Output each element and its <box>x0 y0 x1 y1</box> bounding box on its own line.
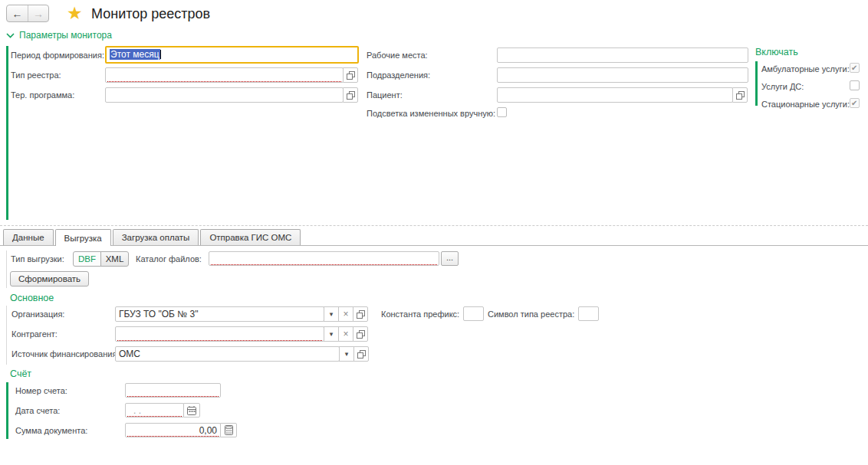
period-field[interactable]: Этот месяц <box>105 46 359 64</box>
funding-source-choose-button[interactable] <box>353 346 369 362</box>
text-caret <box>160 50 161 59</box>
invoice-date-field[interactable]: . . <box>129 405 141 416</box>
check-icon: ✔ <box>850 64 859 72</box>
contractor-group: ▾ × <box>115 326 368 342</box>
catalog-browse-button[interactable]: ... <box>441 251 459 266</box>
back-button[interactable]: ← <box>7 5 28 21</box>
departments-label: Подразделения: <box>367 70 430 80</box>
organization-field[interactable]: ГБУЗ ТО "ОБ № 3" <box>115 306 324 322</box>
departments-field[interactable] <box>497 67 748 83</box>
tab-bar: Данные Выгрузка Загрузка оплаты Отправка… <box>3 229 302 246</box>
forward-arrow-icon: → <box>33 8 44 20</box>
xml-label: XML <box>106 254 124 264</box>
tab-label: Выгрузка <box>64 234 102 243</box>
document-amount-field[interactable]: 0,00 <box>125 423 221 437</box>
patient-field[interactable] <box>497 87 733 103</box>
choose-icon <box>736 91 745 100</box>
favorite-star-icon[interactable]: ★ <box>67 4 83 22</box>
export-type-xml-button[interactable]: XML <box>100 251 129 267</box>
patient-label: Пациент: <box>367 90 403 100</box>
ds-services-checkbox[interactable]: ✔ <box>850 80 860 90</box>
tab-label: Отправка ГИС ОМС <box>209 233 291 242</box>
funding-source-field[interactable]: ОМС <box>115 346 340 362</box>
prefix-const-field[interactable] <box>463 306 484 321</box>
dropdown-icon: ▾ <box>330 330 334 338</box>
document-amount-group: 0,00 <box>125 423 237 437</box>
ter-program-group <box>105 87 358 103</box>
patient-group <box>497 87 748 103</box>
document-amount-calculator-button[interactable] <box>220 423 237 437</box>
tab-data[interactable]: Данные <box>3 229 54 245</box>
registry-symbol-field[interactable] <box>578 306 599 321</box>
ter-program-field[interactable] <box>105 87 344 103</box>
catalog-field[interactable] <box>209 251 439 266</box>
monitor-params-toggle[interactable]: Параметры монитора <box>6 30 112 41</box>
export-type-dbf-button[interactable]: DBF <box>73 251 101 267</box>
organization-dropdown-button[interactable]: ▾ <box>324 306 339 322</box>
choose-icon <box>347 91 355 100</box>
main-section-title: Основное <box>10 293 54 303</box>
ellipsis-icon: ... <box>446 253 453 262</box>
ambulatory-services-label: Амбулаторные услуги: <box>761 64 850 74</box>
contractor-field[interactable] <box>115 326 324 342</box>
dropdown-icon: ▾ <box>330 310 334 318</box>
organization-clear-button[interactable]: × <box>338 306 353 322</box>
tab-payment-load[interactable]: Загрузка оплаты <box>113 229 199 245</box>
forward-button[interactable]: → <box>28 5 48 21</box>
export-type-switch: DBF XML <box>73 251 129 267</box>
invoice-group-bar <box>6 382 8 439</box>
invoice-date-label: Дата счета: <box>15 406 60 415</box>
clear-icon: × <box>343 330 348 338</box>
highlight-manual-label: Подсветка измененных вручную: <box>367 109 495 118</box>
tab-gis-oms[interactable]: Отправка ГИС ОМС <box>200 229 301 245</box>
registry-type-group <box>105 67 358 83</box>
calendar-icon <box>187 406 196 415</box>
registry-type-field[interactable] <box>105 67 344 83</box>
funding-source-group: ОМС ▾ <box>115 346 369 362</box>
monitor-params-title: Параметры монитора <box>19 30 112 41</box>
ds-services-label: Услуги ДС: <box>761 82 804 91</box>
include-group-bar <box>755 61 758 106</box>
ter-program-choose-button[interactable] <box>343 87 358 103</box>
dbf-label: DBF <box>78 254 96 264</box>
contractor-choose-button[interactable] <box>353 326 368 342</box>
ambulatory-services-checkbox[interactable]: ✔ <box>850 63 860 73</box>
contractor-dropdown-button[interactable]: ▾ <box>324 326 339 342</box>
section-separator <box>0 225 868 226</box>
choose-icon <box>347 71 355 80</box>
generate-button[interactable]: Сформировать <box>10 271 89 287</box>
registry-type-choose-button[interactable] <box>343 67 358 83</box>
stationary-services-checkbox[interactable]: ✔ <box>850 98 860 108</box>
catalog-group: ... <box>209 251 459 266</box>
contractor-label: Контрагент: <box>12 329 58 339</box>
period-value: Этот месяц <box>110 49 160 60</box>
organization-choose-button[interactable] <box>353 306 368 322</box>
prefix-const-label: Константа префикс: <box>381 309 459 319</box>
highlight-manual-checkbox[interactable]: ✔ <box>497 107 507 117</box>
nav-history-group: ← → <box>6 5 49 22</box>
invoice-section-title: Счёт <box>10 368 31 379</box>
choose-icon <box>357 350 366 359</box>
registry-symbol-label: Символ типа реестра: <box>488 309 574 319</box>
invoice-date-calendar-button[interactable] <box>183 403 200 418</box>
ter-program-label: Тер. программа: <box>11 90 74 100</box>
patient-choose-button[interactable] <box>732 87 748 103</box>
dropdown-icon: ▾ <box>345 350 349 358</box>
organization-label: Организация: <box>12 309 64 319</box>
choose-icon <box>357 310 365 319</box>
calculator-icon <box>225 425 233 435</box>
choose-icon <box>357 330 365 339</box>
tab-export[interactable]: Выгрузка <box>55 229 111 246</box>
document-amount-label: Сумма документа: <box>15 426 87 435</box>
export-group-bar <box>6 251 7 288</box>
funding-source-dropdown-button[interactable]: ▾ <box>339 346 354 362</box>
contractor-clear-button[interactable]: × <box>338 326 353 342</box>
tab-label: Данные <box>12 233 44 242</box>
invoice-number-field[interactable] <box>125 383 221 398</box>
workplaces-field[interactable] <box>497 47 748 63</box>
params-group-bar <box>6 46 8 220</box>
period-label: Период формирования: <box>11 51 104 60</box>
export-type-label: Тип выгрузки: <box>11 254 64 264</box>
back-arrow-icon: ← <box>12 8 23 20</box>
tab-label: Загрузка оплаты <box>122 233 190 242</box>
